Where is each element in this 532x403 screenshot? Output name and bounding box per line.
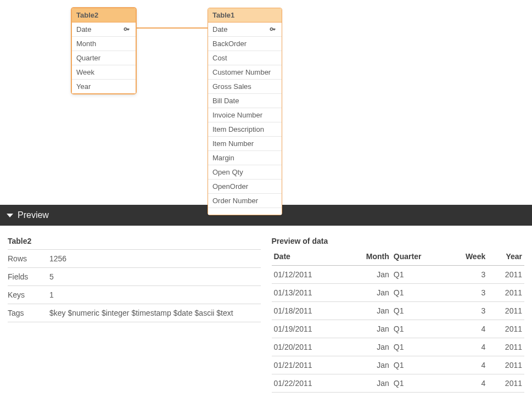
table-cell: 2011 bbox=[488, 302, 524, 320]
table-field[interactable]: BackOrder bbox=[208, 37, 282, 51]
table-cell: Q1 bbox=[391, 338, 446, 356]
chevron-down-icon bbox=[7, 214, 13, 217]
table-field[interactable]: Year bbox=[72, 80, 136, 93]
table-cell: 2011 bbox=[488, 266, 524, 284]
table-cell: Jan bbox=[345, 320, 391, 338]
table-cell: Q1 bbox=[391, 356, 446, 374]
key-icon bbox=[270, 26, 277, 33]
table-cell: Jan bbox=[345, 302, 391, 320]
table-cell: 2011 bbox=[488, 374, 524, 393]
field-name: Open Qty bbox=[212, 168, 243, 176]
table-node-table1[interactable]: Table1 DateBackOrderCostCustomer NumberG… bbox=[208, 8, 282, 215]
table-field-overflow bbox=[208, 208, 282, 215]
table-cell: 4 bbox=[446, 320, 488, 338]
column-header[interactable]: Date bbox=[272, 249, 345, 266]
field-name: Year bbox=[76, 82, 91, 91]
metadata-label: Fields bbox=[8, 272, 49, 281]
table-row[interactable]: 01/22/2011JanQ142011 bbox=[272, 374, 525, 393]
preview-panel: Table2 Rows 1256 Fields 5 Keys 1 Tags $k… bbox=[0, 226, 532, 393]
table-row[interactable]: 01/20/2011JanQ142011 bbox=[272, 338, 525, 356]
metadata-row-keys: Keys 1 bbox=[8, 286, 261, 304]
metadata-row-rows: Rows 1256 bbox=[8, 249, 261, 267]
table-cell: Q1 bbox=[391, 320, 446, 338]
table-cell: 2011 bbox=[488, 284, 524, 302]
table-cell: 3 bbox=[446, 284, 488, 302]
metadata-value: $key $numeric $integer $timestamp $date … bbox=[49, 309, 261, 317]
table-field[interactable]: Date bbox=[208, 23, 282, 37]
table-node-table2[interactable]: Table2 DateMonthQuarterWeekYear bbox=[71, 8, 136, 94]
table-field[interactable]: Item Number bbox=[208, 137, 282, 151]
table-field[interactable]: Month bbox=[72, 37, 136, 51]
table-field[interactable]: Date bbox=[72, 23, 136, 37]
table-header-row: DateMonthQuarterWeekYear bbox=[272, 249, 525, 266]
table-row[interactable]: 01/13/2011JanQ132011 bbox=[272, 284, 525, 302]
table-cell: 01/18/2011 bbox=[272, 302, 345, 320]
table-header[interactable]: Table2 bbox=[72, 8, 136, 23]
table-cell: 01/21/2011 bbox=[272, 356, 345, 374]
table-field[interactable]: Customer Number bbox=[208, 65, 282, 80]
table-cell: 01/19/2011 bbox=[272, 320, 345, 338]
table-cell: Jan bbox=[345, 338, 391, 356]
table-row[interactable]: 01/18/2011JanQ132011 bbox=[272, 302, 525, 320]
table-field[interactable]: Item Description bbox=[208, 122, 282, 137]
field-name: Item Description bbox=[212, 125, 264, 133]
table-field[interactable]: Order Number bbox=[208, 194, 282, 208]
table-row[interactable]: 01/21/2011JanQ142011 bbox=[272, 356, 525, 374]
table-field[interactable]: Margin bbox=[208, 151, 282, 165]
table-cell: Jan bbox=[345, 266, 391, 284]
table-field[interactable]: Invoice Number bbox=[208, 108, 282, 122]
table-cell: Q1 bbox=[391, 302, 446, 320]
data-preview-title: Preview of data bbox=[272, 237, 525, 249]
table-field[interactable]: Cost bbox=[208, 51, 282, 65]
data-preview: Preview of data DateMonthQuarterWeekYear… bbox=[272, 237, 525, 393]
table-row[interactable]: 01/12/2011JanQ132011 bbox=[272, 266, 525, 284]
table-cell: 4 bbox=[446, 356, 488, 374]
column-header[interactable]: Quarter bbox=[391, 249, 446, 266]
field-name: Item Number bbox=[212, 139, 254, 148]
field-name: OpenOrder bbox=[212, 182, 248, 191]
table-field[interactable]: Open Qty bbox=[208, 165, 282, 180]
metadata-title: Table2 bbox=[8, 237, 261, 249]
table-field[interactable]: Week bbox=[72, 65, 136, 80]
table-cell: Jan bbox=[345, 284, 391, 302]
field-name: Gross Sales bbox=[212, 82, 251, 91]
column-header[interactable]: Month bbox=[345, 249, 391, 266]
field-name: Date bbox=[212, 25, 227, 33]
table-cell: 01/13/2011 bbox=[272, 284, 345, 302]
column-header[interactable]: Year bbox=[488, 249, 524, 266]
data-preview-table: DateMonthQuarterWeekYear 01/12/2011JanQ1… bbox=[272, 249, 525, 393]
table-cell: Q1 bbox=[391, 374, 446, 393]
table-cell: 2011 bbox=[488, 356, 524, 374]
table-header[interactable]: Table1 bbox=[208, 8, 282, 23]
field-name: Quarter bbox=[76, 54, 100, 62]
metadata-value: 5 bbox=[49, 272, 261, 281]
field-name: Cost bbox=[212, 54, 227, 62]
table-row[interactable]: 01/19/2011JanQ142011 bbox=[272, 320, 525, 338]
table-cell: 4 bbox=[446, 338, 488, 356]
data-model-canvas[interactable]: Table2 DateMonthQuarterWeekYear Table1 D… bbox=[0, 0, 532, 205]
preview-panel-label: Preview bbox=[18, 210, 49, 220]
table-cell: 3 bbox=[446, 302, 488, 320]
metadata-value: 1 bbox=[49, 290, 261, 299]
metadata-value: 1256 bbox=[49, 254, 261, 263]
table-cell: 4 bbox=[446, 374, 488, 393]
table-cell: Q1 bbox=[391, 266, 446, 284]
table-field[interactable]: Quarter bbox=[72, 51, 136, 65]
metadata-label: Keys bbox=[8, 290, 49, 299]
field-name: Order Number bbox=[212, 197, 258, 205]
table-field[interactable]: Bill Date bbox=[208, 94, 282, 108]
table-cell: 3 bbox=[446, 266, 488, 284]
metadata-label: Rows bbox=[8, 254, 49, 263]
field-name: Week bbox=[76, 68, 94, 76]
field-name: Invoice Number bbox=[212, 111, 262, 119]
table-cell: 01/12/2011 bbox=[272, 266, 345, 284]
field-name: Bill Date bbox=[212, 97, 239, 105]
table-cell: 01/20/2011 bbox=[272, 338, 345, 356]
table-field[interactable]: OpenOrder bbox=[208, 180, 282, 194]
table-cell: 2011 bbox=[488, 338, 524, 356]
table-cell: Jan bbox=[345, 356, 391, 374]
field-name: BackOrder bbox=[212, 40, 247, 48]
table-cell: 2011 bbox=[488, 320, 524, 338]
column-header[interactable]: Week bbox=[446, 249, 488, 266]
table-field[interactable]: Gross Sales bbox=[208, 80, 282, 94]
